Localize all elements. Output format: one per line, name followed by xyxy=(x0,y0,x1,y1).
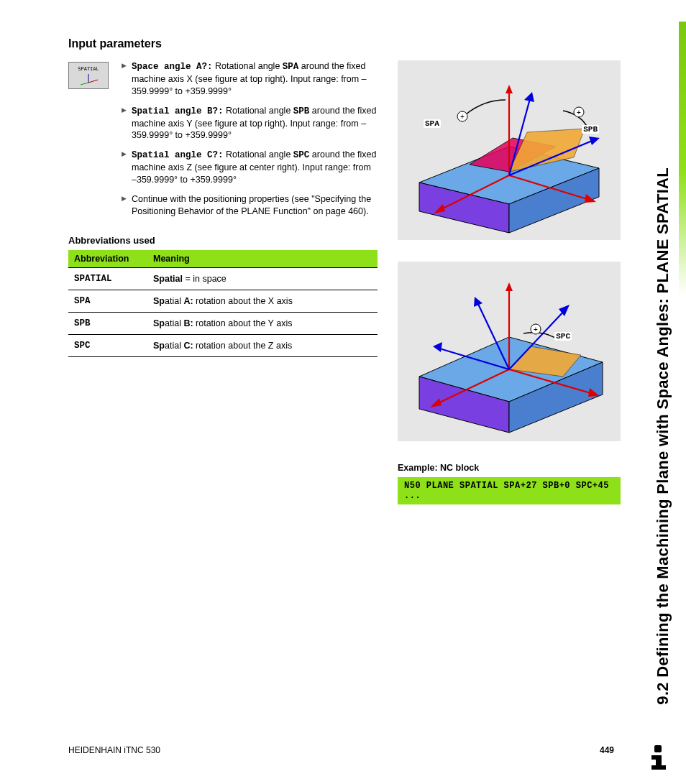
abbr-cell: SPATIAL xyxy=(68,267,147,290)
param-list: Space angle A?: Rotational angle SPA aro… xyxy=(122,60,378,225)
bold: Spatial xyxy=(153,274,183,284)
bold: Sp xyxy=(153,296,165,306)
rest: rotation about the X axis xyxy=(193,296,293,306)
svg-line-2 xyxy=(81,83,88,85)
param-label: Spatial angle C?: xyxy=(132,150,224,160)
left-column: SPATIAL Space angle A?: Rotational angle… xyxy=(68,60,378,504)
example-code: N50 PLANE SPATIAL SPA+27 SPB+0 SPC+45 ..… xyxy=(398,477,621,504)
figure-svg: + xyxy=(398,262,621,441)
meaning-cell: Spatial C: rotation about the Z axis xyxy=(147,334,378,356)
example-label: Example: NC block xyxy=(398,463,621,473)
col-abbr: Abbreviation xyxy=(68,250,147,268)
rest: rotation about the Z axis xyxy=(193,341,293,351)
svg-marker-17 xyxy=(589,137,600,145)
rest: rotation about the Y axis xyxy=(193,318,293,328)
mid: atial xyxy=(165,341,183,351)
figure-svg: + + xyxy=(398,60,621,240)
table-row: SPB Spatial B: rotation about the Y axis xyxy=(68,312,378,334)
abbr-heading: Abbreviations used xyxy=(68,235,378,246)
page-number: 449 xyxy=(600,745,614,755)
param-item: Space angle A?: Rotational angle SPA aro… xyxy=(122,60,378,98)
param-label: Spatial angle B?: xyxy=(132,106,224,116)
table-row: SPATIAL Spatial = in space xyxy=(68,267,378,290)
fig-label-spa: SPA xyxy=(424,119,441,128)
svg-text:+: + xyxy=(460,113,465,121)
footer: HEIDENHAIN iTNC 530 449 xyxy=(68,745,614,755)
bold: Sp xyxy=(153,318,165,328)
right-column: + + SPA SPB xyxy=(398,60,621,504)
abbr-cell: SPC xyxy=(68,334,147,356)
bold2: C: xyxy=(183,341,193,351)
mid: atial xyxy=(165,318,183,328)
param-label: Space angle A?: xyxy=(132,62,213,72)
abbr-table: Abbreviation Meaning SPATIAL Spatial = i… xyxy=(68,250,378,357)
table-row: SPA Spatial A: rotation about the X axis xyxy=(68,290,378,312)
bold2: A: xyxy=(183,296,193,306)
bold2: B: xyxy=(183,318,193,328)
param-text-a: Continue with the positioning properties… xyxy=(132,194,371,216)
axes-icon xyxy=(78,73,99,86)
svg-rect-43 xyxy=(651,765,666,770)
section-heading: Input parameters xyxy=(68,37,643,50)
figure-spa-spb: + + SPA SPB xyxy=(398,60,621,240)
meaning-cell: Spatial B: rotation about the Y axis xyxy=(147,312,378,334)
meaning-cell: Spatial A: rotation about the X axis xyxy=(147,290,378,312)
abbr-cell: SPB xyxy=(68,312,147,334)
rest: = in space xyxy=(183,274,227,284)
fig-label-spb: SPB xyxy=(582,125,599,134)
spatial-icon-label: SPATIAL xyxy=(78,66,99,72)
svg-marker-35 xyxy=(433,342,442,352)
table-header-row: Abbreviation Meaning xyxy=(68,250,378,268)
param-text-a: Rotational angle xyxy=(224,106,293,116)
param-code: SPA xyxy=(283,62,299,72)
param-code: SPC xyxy=(293,150,310,160)
svg-marker-27 xyxy=(506,282,513,291)
info-icon xyxy=(643,741,673,771)
svg-marker-9 xyxy=(506,85,513,93)
svg-text:+: + xyxy=(534,326,538,333)
abbr-cell: SPA xyxy=(68,290,147,312)
param-text-a: Rotational angle xyxy=(224,149,293,160)
meaning-cell: Spatial = in space xyxy=(147,267,378,290)
param-item: Spatial angle C?: Rotational angle SPC a… xyxy=(122,149,378,186)
svg-text:+: + xyxy=(577,109,581,116)
param-item: Continue with the positioning properties… xyxy=(122,193,378,218)
columns: SPATIAL Space angle A?: Rotational angle… xyxy=(68,60,643,504)
svg-line-1 xyxy=(88,80,98,83)
fig-label-spc: SPC xyxy=(554,332,572,341)
col-meaning: Meaning xyxy=(147,250,378,268)
page: Input parameters SPATIAL Space angle A?:… xyxy=(0,0,686,784)
table-row: SPC Spatial C: rotation about the Z axis xyxy=(68,334,378,356)
param-item: Spatial angle B?: Rotational angle SPB a… xyxy=(122,105,378,142)
footer-product: HEIDENHAIN iTNC 530 xyxy=(68,745,160,755)
svg-rect-40 xyxy=(654,745,662,752)
figure-spc: + SPC xyxy=(398,262,621,441)
spatial-icon: SPATIAL xyxy=(68,62,109,89)
svg-marker-15 xyxy=(524,92,534,102)
bold: Sp xyxy=(153,341,165,351)
param-row: SPATIAL Space angle A?: Rotational angle… xyxy=(68,60,378,225)
mid: atial xyxy=(165,296,183,306)
param-text-a: Rotational angle xyxy=(213,61,283,71)
param-code: SPB xyxy=(293,106,310,116)
